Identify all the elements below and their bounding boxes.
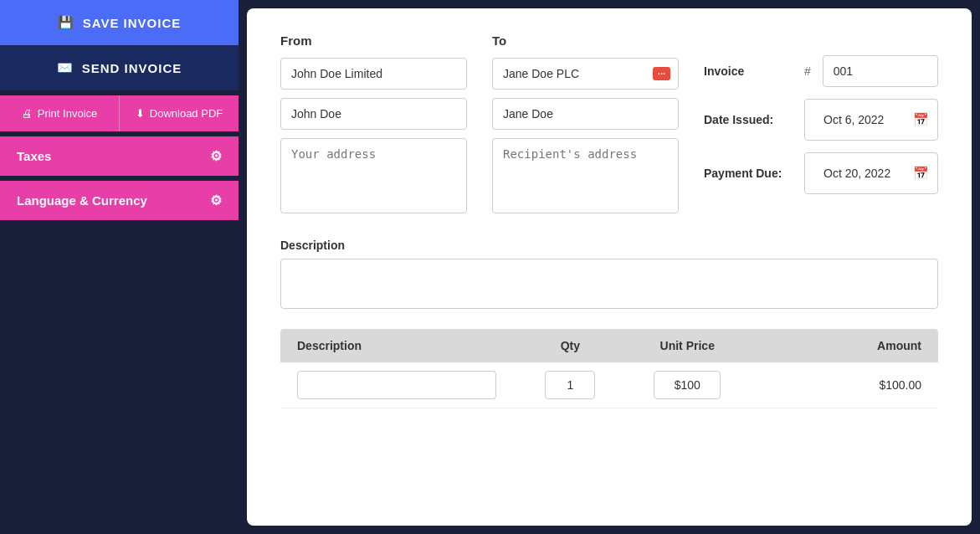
row-amount-cell: $100.00 [766,378,939,392]
taxes-section[interactable]: Taxes ⚙ [0,136,239,176]
invoice-number-input[interactable] [823,55,938,87]
taxes-gear-icon: ⚙ [210,148,222,164]
description-textarea[interactable] [280,259,938,309]
from-name-row: John Doe [280,98,467,130]
invoice-meta-section: Invoice # Date Issued: 📅 Payment Due: 📅 [704,33,938,222]
row-amount-value: $100.00 [879,378,921,392]
row-description-cell [280,371,531,399]
send-invoice-button[interactable]: ✉️ SEND INVOICE [0,45,239,90]
date-issued-calendar-icon[interactable]: 📅 [913,112,929,127]
download-icon: ⬇ [136,107,145,120]
payment-due-input[interactable] [813,158,908,188]
date-issued-input[interactable] [813,105,908,135]
col-unit-price-header: Unit Price [609,339,766,352]
from-company-row: John Doe Limited [280,58,467,90]
to-section: To ··· [492,33,679,222]
row-unit-price-cell [609,371,766,399]
description-section: Description [280,239,938,312]
description-label: Description [280,239,938,252]
col-amount-header: Amount [766,339,939,352]
to-address-row [492,138,679,213]
payment-due-calendar-icon[interactable]: 📅 [913,166,929,181]
to-label: To [492,33,679,48]
payment-due-row: Payment Due: 📅 [704,152,938,194]
col-qty-header: Qty [531,339,609,352]
language-currency-section[interactable]: Language & Currency ⚙ [0,181,239,220]
invoice-hash: # [804,64,811,78]
line-items-table: Description Qty Unit Price Amount $100.0… [280,329,938,408]
row-description-input[interactable] [297,371,496,399]
print-download-row: 🖨 Print Invoice ⬇ Download PDF [0,95,239,131]
date-issued-row: Date Issued: 📅 [704,99,938,141]
to-address-textarea[interactable] [492,138,679,213]
to-name-row [492,98,679,130]
to-company-row: ··· [492,58,679,90]
invoice-form: From John Doe Limited John Doe To ··· [247,8,972,526]
top-form-row: From John Doe Limited John Doe To ··· [280,33,938,222]
print-icon: 🖨 [22,107,33,120]
save-invoice-button[interactable]: 💾 SAVE INVOICE [0,0,239,45]
row-qty-input[interactable] [545,371,595,399]
date-issued-label: Date Issued: [704,113,796,126]
download-pdf-button[interactable]: ⬇ Download PDF [120,95,239,131]
from-company-input[interactable]: John Doe Limited [280,58,467,90]
row-qty-cell [531,371,609,399]
to-company-badge: ··· [653,67,670,80]
print-invoice-label: Print Invoice [38,107,98,120]
invoice-number-label: Invoice [704,64,796,78]
from-address-textarea[interactable] [280,138,467,213]
taxes-label: Taxes [17,149,51,163]
to-company-input[interactable] [492,58,679,90]
save-icon: 💾 [58,15,74,30]
row-unit-price-input[interactable] [654,371,721,399]
from-name-input[interactable]: John Doe [280,98,467,130]
payment-due-wrap: 📅 [804,152,938,194]
from-section: From John Doe Limited John Doe [280,33,467,222]
table-row: $100.00 [280,362,938,408]
download-pdf-label: Download PDF [150,107,223,120]
invoice-number-row: Invoice # [704,55,938,87]
table-header: Description Qty Unit Price Amount [280,329,938,362]
send-icon: ✉️ [57,60,74,75]
date-issued-wrap: 📅 [804,99,938,141]
to-name-input[interactable] [492,98,679,130]
from-label: From [280,33,467,48]
col-description-header: Description [280,339,531,352]
from-address-row [280,138,467,213]
send-invoice-label: SEND INVOICE [82,61,182,75]
language-currency-gear-icon: ⚙ [210,193,222,208]
save-invoice-label: SAVE INVOICE [83,16,182,30]
payment-due-label: Payment Due: [704,167,796,180]
sidebar: 💾 SAVE INVOICE ✉️ SEND INVOICE 🖨 Print I… [0,0,239,534]
language-currency-label: Language & Currency [17,193,147,208]
print-invoice-button[interactable]: 🖨 Print Invoice [0,95,120,131]
